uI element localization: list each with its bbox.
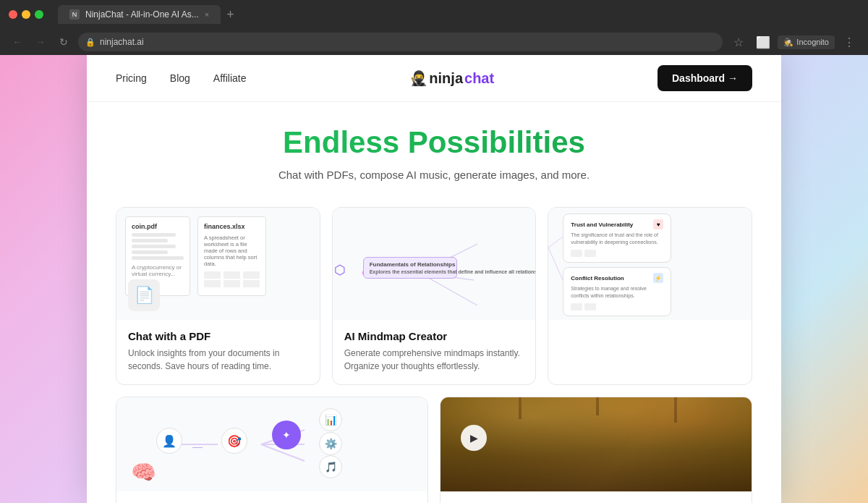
extensions-icon[interactable]: ⬜ — [753, 32, 773, 52]
trust-node-header: Trust and Vulnerability ♥ — [571, 219, 663, 229]
workflow-preview: 🧠 👤 — 🎯 ✦ 📊 ⚙️ 🎵 — [116, 397, 427, 491]
trust-node-icon: ♥ — [653, 219, 663, 229]
document-icon: 📄 — [128, 279, 160, 311]
spreadsheet-row — [204, 280, 260, 287]
browser-menu-icon[interactable]: ⋮ — [839, 32, 859, 52]
browser-titlebar: N NinjaChat - All-in-One AI As... × + — [0, 0, 868, 29]
incognito-label: Incognito — [796, 38, 829, 46]
workflow-accent-node: ✦ — [272, 420, 301, 449]
reload-button[interactable]: ↻ — [55, 33, 72, 51]
dashboard-button[interactable]: Dashboard → — [658, 65, 752, 91]
card-image-gen-body: AI Image Generator — [441, 491, 752, 503]
lock-icon: 🔒 — [85, 38, 95, 47]
spreadsheet-cell — [204, 280, 221, 287]
brain-icon: 🧠 — [131, 460, 156, 484]
forward-button: → — [32, 33, 49, 51]
close-window-button[interactable] — [9, 10, 17, 19]
svg-line-6 — [548, 248, 563, 280]
person-node: 👤 — [156, 428, 182, 454]
site-logo[interactable]: 🥷 ninjachat — [247, 69, 658, 87]
share-icon: ⬡ — [334, 262, 346, 278]
browser-window: N NinjaChat - All-in-One AI As... × + ← … — [0, 0, 868, 55]
mindmap-main-title: Fundamentals of Relationships — [370, 261, 451, 268]
logo-chat-text: chat — [464, 70, 494, 87]
spreadsheet-desc: A spreadsheet or worksheet is a file mad… — [204, 234, 260, 267]
mindmap-preview: Fundamentals of Relationships Explores t… — [333, 208, 536, 320]
incognito-badge: 🕵 Incognito — [778, 35, 835, 49]
address-bar[interactable]: 🔒 ninjachat.ai — [78, 33, 723, 51]
card-mindmap-title: AI Mindmap Creator — [344, 330, 524, 342]
card-mindmap-body: AI Mindmap Creator Generate comprehensiv… — [333, 320, 536, 384]
nav-blog[interactable]: Blog — [170, 72, 190, 84]
tool-icon — [584, 303, 596, 310]
image-gen-preview: ▶ — [441, 397, 752, 491]
feature-cards-grid: coin.pdf A cryptocurrency or virtual cur… — [87, 193, 781, 385]
nav-links: Pricing Blog Affiliate — [116, 72, 247, 84]
spreadsheet-cell — [224, 271, 240, 279]
logo-ninja-text: ninja — [429, 70, 463, 87]
workflow-node-music: 🎵 — [319, 455, 342, 478]
play-button[interactable]: ▶ — [461, 425, 487, 451]
logo-icon: 🥷 — [409, 69, 427, 87]
new-tab-button[interactable]: + — [221, 7, 240, 22]
tool-icon — [571, 303, 582, 310]
close-tab-button[interactable]: × — [205, 10, 209, 19]
pdf-icon-large: 📄 — [128, 279, 160, 311]
card-pdf-desc: Unlock insights from your documents in s… — [128, 347, 308, 373]
svg-line-5 — [548, 237, 563, 248]
trust-node-title: Trust and Vulnerability — [571, 221, 633, 228]
hero-subtitle: Chat with PDFs, compose AI music, genera… — [101, 169, 767, 181]
minimize-window-button[interactable] — [22, 10, 30, 19]
site-container: Pricing Blog Affiliate 🥷 ninjachat Dashb… — [87, 55, 781, 503]
right-mindmap-preview: Trust and Vulnerability ♥ The significan… — [548, 208, 752, 320]
card-mindmap-detail[interactable]: Trust and Vulnerability ♥ The significan… — [548, 207, 752, 385]
card-ai-mindmap[interactable]: Fundamentals of Relationships Explores t… — [332, 207, 537, 385]
mindmap-main-desc: Explores the essential elements that def… — [370, 269, 451, 274]
spreadsheet-cell — [243, 271, 260, 279]
active-tab[interactable]: N NinjaChat - All-in-One AI As... × — [58, 5, 221, 24]
feature-cards-row2: 🧠 👤 — 🎯 ✦ 📊 ⚙️ 🎵 — [87, 385, 781, 503]
conflict-node-icon: ⚡ — [653, 273, 663, 283]
spreadsheet-doc: finances.xlsx A spreadsheet or worksheet… — [197, 216, 266, 296]
browser-navbar: ← → ↻ 🔒 ninjachat.ai ☆ ⬜ 🕵 Incognito ⋮ — [0, 29, 868, 55]
conflict-node-desc: Strategies to manage and resolve conflic… — [571, 285, 663, 300]
conflict-node-title: Conflict Resolution — [571, 275, 624, 282]
workflow-node-chart: 📊 — [319, 408, 342, 431]
conflict-node: Conflict Resolution ⚡ Strategies to mana… — [563, 267, 671, 316]
incognito-icon: 🕵 — [783, 38, 793, 47]
maximize-window-button[interactable] — [35, 10, 43, 19]
site-navbar: Pricing Blog Affiliate 🥷 ninjachat Dashb… — [87, 55, 781, 102]
browser-nav-actions: ☆ ⬜ 🕵 Incognito ⋮ — [728, 32, 859, 52]
nav-pricing[interactable]: Pricing — [116, 72, 147, 84]
card-workflow[interactable]: 🧠 👤 — 🎯 ✦ 📊 ⚙️ 🎵 — [116, 397, 428, 503]
back-button: ← — [9, 33, 26, 51]
spreadsheet-title: finances.xlsx — [204, 223, 260, 230]
card-image-generator[interactable]: ▶ AI Image Generator — [440, 397, 752, 503]
trust-node-tools — [571, 250, 663, 257]
nav-affiliate[interactable]: Affiliate — [213, 72, 247, 84]
page-background: Pricing Blog Affiliate 🥷 ninjachat Dashb… — [0, 55, 868, 503]
spreadsheet-cell — [224, 280, 240, 287]
mindmap-main-node: Fundamentals of Relationships Explores t… — [363, 257, 457, 279]
hero-title: Endless Possibilities — [101, 125, 767, 160]
spreadsheet-cell — [243, 280, 260, 287]
spreadsheet-cell — [204, 271, 221, 279]
target-node: 🎯 — [221, 428, 247, 454]
pdf-doc-coin-title: coin.pdf — [132, 223, 184, 230]
conflict-node-tools — [571, 303, 663, 310]
image-overlay — [441, 397, 752, 491]
tab-favicon: N — [69, 9, 80, 20]
hero-section: Endless Possibilities Chat with PDFs, co… — [87, 102, 781, 193]
tool-icon — [584, 250, 596, 257]
pdf-line — [132, 250, 168, 254]
card-pdf-preview: coin.pdf A cryptocurrency or virtual cur… — [116, 208, 320, 320]
url-display: ninjachat.ai — [100, 37, 144, 47]
trust-node: Trust and Vulnerability ♥ The significan… — [563, 214, 671, 263]
tab-title: NinjaChat - All-in-One AI As... — [85, 9, 199, 20]
connector-arrow: — — [192, 441, 203, 452]
traffic-lights — [9, 10, 43, 19]
bookmark-icon[interactable]: ☆ — [728, 32, 749, 52]
card-pdf-title: Chat with a PDF — [128, 330, 308, 342]
card-chat-pdf[interactable]: coin.pdf A cryptocurrency or virtual cur… — [116, 207, 320, 385]
pdf-line — [132, 233, 176, 237]
